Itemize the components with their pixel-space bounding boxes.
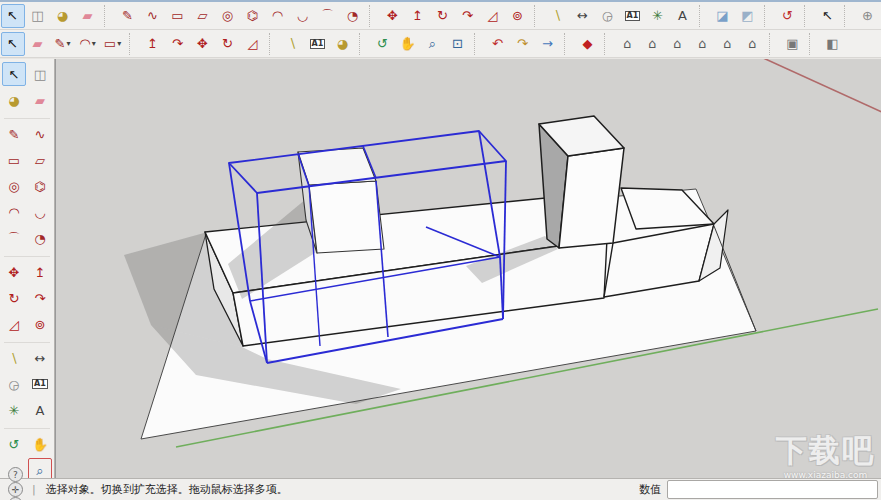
palette-separator <box>4 337 50 343</box>
cursor-small-button[interactable]: ↖ <box>816 4 840 28</box>
axes-tool-button[interactable]: ✳ <box>646 4 670 28</box>
push-pull-tool-button[interactable]: ↥ <box>406 4 430 28</box>
3d-text-tool-icon: A <box>678 9 687 22</box>
axes-tool-button[interactable]: ✳ <box>2 398 26 422</box>
paint-bucket-tool-button[interactable]: ◕ <box>2 88 26 112</box>
zoom-extents-tool-button[interactable]: ⊡ <box>446 32 470 56</box>
rotate-tool-button[interactable]: ↻ <box>216 32 240 56</box>
text-tool-button[interactable]: A1 <box>621 4 645 28</box>
line-tool-icon: ✎ <box>55 37 66 50</box>
push-pull-tool-button[interactable]: ↥ <box>141 32 165 56</box>
rotated-rectangle-tool-button[interactable]: ▱ <box>28 148 52 172</box>
rectangle-tool-icon: ▭ <box>104 37 116 50</box>
tape-measure-tool-button[interactable]: ∖ <box>2 346 26 370</box>
polygon-tool-button[interactable]: ⌬ <box>241 4 265 28</box>
eraser-tool-button[interactable]: ▰ <box>28 88 52 112</box>
text-tool-button[interactable]: A1 <box>28 372 52 396</box>
paint-bucket-tool-button[interactable]: ◕ <box>51 4 75 28</box>
rectangle-tool-button[interactable]: ▭▾ <box>101 32 125 56</box>
move-tool-button[interactable]: ✥ <box>191 32 215 56</box>
dimension-tool-button[interactable]: ↔ <box>28 346 52 370</box>
paint-bucket-tool-button[interactable]: ◕ <box>331 32 355 56</box>
help-icon[interactable]: ? <box>8 467 23 482</box>
line-tool-button[interactable]: ✎ <box>116 4 140 28</box>
arc-tool-button[interactable]: ◠ <box>2 200 26 224</box>
select-tool-button[interactable]: ↖ <box>1 32 25 56</box>
line-tool-button[interactable]: ✎ <box>2 122 26 146</box>
make-component-tool-button[interactable]: ◫ <box>26 4 50 28</box>
section-plane-tool-button[interactable]: ◪ <box>711 4 735 28</box>
follow-me-tool-button[interactable]: ↷ <box>28 286 52 310</box>
eraser-tool-button[interactable]: ▰ <box>76 4 100 28</box>
push-pull-tool-button[interactable]: ↥ <box>28 260 52 284</box>
move-tool-button[interactable]: ✥ <box>2 260 26 284</box>
make-component-tool-button[interactable]: ◫ <box>28 62 52 86</box>
rectangle-tool-button[interactable]: ▭ <box>166 4 190 28</box>
scale-tool-button[interactable]: ◿ <box>481 4 505 28</box>
orbit-tool-button[interactable]: ↺ <box>371 32 395 56</box>
section-display-tool-button[interactable]: ◩ <box>736 4 760 28</box>
scale-tool-button[interactable]: ◿ <box>2 312 26 336</box>
pie-tool-button[interactable]: ◔ <box>341 4 365 28</box>
measurements-input[interactable] <box>667 480 878 499</box>
undo-button-button[interactable]: ↶ <box>486 32 510 56</box>
warehouse-button-button[interactable]: ◆ <box>576 32 600 56</box>
view-iso-button-button[interactable]: ⌂ <box>616 32 640 56</box>
pan-tool-button[interactable]: ✋ <box>396 32 420 56</box>
components-button-button[interactable]: ▣ <box>781 32 805 56</box>
view-back-button-button[interactable]: ⌂ <box>716 32 740 56</box>
orbit-tool-button[interactable]: ↺ <box>2 432 26 456</box>
geolocation-icon[interactable]: ✛ <box>8 482 23 497</box>
tape-measure-tool-button[interactable]: ∖ <box>546 4 570 28</box>
palette-row: ∖↔ <box>0 345 54 371</box>
follow-me-tool-button[interactable]: ↷ <box>166 32 190 56</box>
circle-tool-button[interactable]: ◎ <box>2 174 26 198</box>
two-point-arc-tool-button[interactable]: ◡ <box>291 4 315 28</box>
3d-text-tool-button[interactable]: A <box>28 398 52 422</box>
arc-tool-button[interactable]: ◠ <box>266 4 290 28</box>
rotate-tool-button[interactable]: ↻ <box>2 286 26 310</box>
view-top-button-button[interactable]: ⌂ <box>691 32 715 56</box>
text-tool-button[interactable]: A1 <box>306 32 330 56</box>
offset-tool-button[interactable]: ⊚ <box>506 4 530 28</box>
protractor-tool-button[interactable]: ◶ <box>596 4 620 28</box>
select-tool-button[interactable]: ↖ <box>1 4 25 28</box>
eraser-tool-button[interactable]: ▰ <box>26 32 50 56</box>
freehand-tool-button[interactable]: ∿ <box>28 122 52 146</box>
export-button-button[interactable]: → <box>536 32 560 56</box>
follow-me-tool-button[interactable]: ↷ <box>456 4 480 28</box>
offset-tool-button[interactable]: ⊚ <box>28 312 52 336</box>
protractor-tool-button[interactable]: ◶ <box>2 372 26 396</box>
view-front-button-button[interactable]: ⌂ <box>666 32 690 56</box>
three-point-arc-tool-button[interactable]: ⌒ <box>2 226 26 250</box>
zoom-tool-button[interactable]: ⌕ <box>421 32 445 56</box>
circle-end-tool-button[interactable]: ⊕ <box>856 4 880 28</box>
circle-tool-button[interactable]: ◎ <box>216 4 240 28</box>
rotate-tool-button[interactable]: ↻ <box>431 4 455 28</box>
view-iso2-button-button[interactable]: ⌂ <box>741 32 765 56</box>
redo-button-button[interactable]: ↷ <box>511 32 535 56</box>
three-point-arc-tool-button[interactable]: ⌒ <box>316 4 340 28</box>
orbit-alt-tool-button[interactable]: ↺ <box>776 4 800 28</box>
pie-tool-button[interactable]: ◔ <box>28 226 52 250</box>
view-side-button-button[interactable]: ⌂ <box>641 32 665 56</box>
freehand-tool-button[interactable]: ∿ <box>141 4 165 28</box>
modeling-viewport[interactable]: 下载吧 www.xiazaiba.com <box>55 59 881 480</box>
dropdown-arrow-icon[interactable]: ▾ <box>92 40 96 48</box>
dropdown-arrow-icon[interactable]: ▾ <box>66 40 70 48</box>
3d-text-tool-button[interactable]: A <box>671 4 695 28</box>
polygon-tool-button[interactable]: ⌬ <box>28 174 52 198</box>
move-tool-button[interactable]: ✥ <box>381 4 405 28</box>
styles-button-button[interactable]: ◧ <box>821 32 845 56</box>
dimension-tool-button[interactable]: ↔ <box>571 4 595 28</box>
scale-tool-button[interactable]: ◿ <box>241 32 265 56</box>
rectangle-tool-button[interactable]: ▭ <box>2 148 26 172</box>
two-point-arc-tool-button[interactable]: ◡ <box>28 200 52 224</box>
tape-measure-tool-button[interactable]: ∖ <box>281 32 305 56</box>
pan-tool-button[interactable]: ✋ <box>28 432 52 456</box>
select-tool-button[interactable]: ↖ <box>2 62 26 86</box>
rotated-rectangle-tool-button[interactable]: ▱ <box>191 4 215 28</box>
arc-tool-button[interactable]: ◠▾ <box>76 32 100 56</box>
dropdown-arrow-icon[interactable]: ▾ <box>117 40 121 48</box>
line-tool-button[interactable]: ✎▾ <box>51 32 75 56</box>
